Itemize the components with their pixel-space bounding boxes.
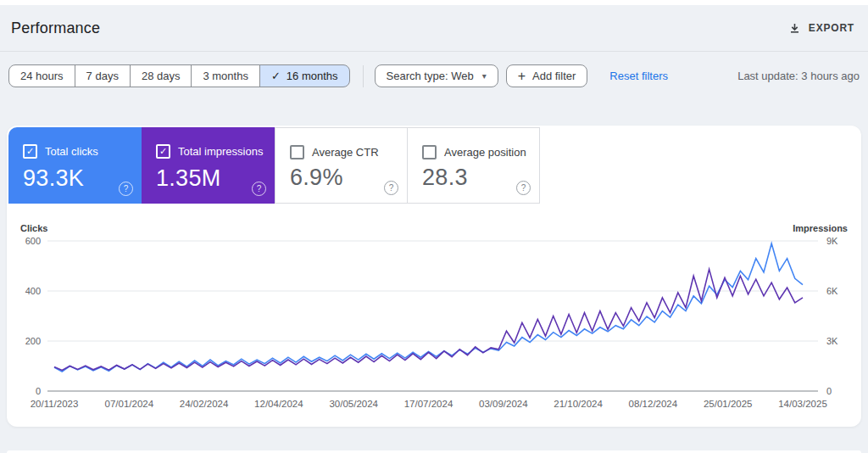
total-impressions-line xyxy=(54,269,803,370)
y-left-tick: 0 xyxy=(36,386,41,396)
checkbox-icon[interactable]: ✓ xyxy=(23,144,37,159)
help-icon[interactable]: ? xyxy=(252,182,266,196)
x-axis-label: 14/03/2025 xyxy=(778,399,827,409)
search-type-label: Search type: Web xyxy=(387,70,474,82)
checkbox-icon[interactable] xyxy=(422,145,437,159)
date-range-label: 7 days xyxy=(86,70,119,82)
reset-filters-link[interactable]: Reset filters xyxy=(609,70,668,82)
add-filter-label: Add filter xyxy=(532,70,576,82)
date-range-label: 28 days xyxy=(142,70,181,82)
metric-card-average-position[interactable]: Average position 28.3 ? xyxy=(407,127,540,204)
metric-label: Average position xyxy=(444,146,526,159)
last-update-text: Last update: 3 hours ago xyxy=(737,70,861,82)
y-right-tick: 6K xyxy=(826,286,838,296)
x-axis-label: 21/10/2024 xyxy=(554,399,603,409)
x-axis-label: 20/11/2023 xyxy=(31,399,79,409)
x-axis-label: 03/09/2024 xyxy=(479,399,528,409)
y-right-axis-title: Impressions xyxy=(793,223,848,233)
checkbox-icon[interactable] xyxy=(290,145,304,159)
x-axis-label: 12/04/2024 xyxy=(254,399,303,409)
search-type-dropdown[interactable]: Search type: Web ▾ xyxy=(375,64,498,87)
y-right-tick: 3K xyxy=(826,336,838,346)
checkbox-icon[interactable]: ✓ xyxy=(156,144,170,159)
export-button[interactable]: EXPORT xyxy=(785,17,858,40)
filter-separator xyxy=(363,65,364,87)
date-range-label: 24 hours xyxy=(20,70,64,82)
check-icon: ✓ xyxy=(271,70,281,81)
help-icon[interactable]: ? xyxy=(516,181,531,195)
date-range-24-hours[interactable]: 24 hours xyxy=(8,64,75,87)
download-icon xyxy=(788,22,801,35)
help-icon[interactable]: ? xyxy=(119,182,133,196)
add-filter-button[interactable]: + Add filter xyxy=(506,64,588,87)
date-range-label: 3 months xyxy=(203,70,248,82)
y-left-tick: 200 xyxy=(25,336,41,346)
date-range-group: 24 hours 7 days 28 days 3 months ✓ 16 mo… xyxy=(8,64,350,87)
metric-cards: ✓Total clicks 93.3K ? ✓Total impressions… xyxy=(8,127,540,204)
page-title: Performance xyxy=(11,20,100,37)
chart-panel: 002003K4006K6009KClicksImpressions20/11/… xyxy=(7,126,861,427)
x-axis-label: 30/05/2024 xyxy=(329,399,378,409)
x-axis-label: 24/02/2024 xyxy=(180,399,229,409)
export-label: EXPORT xyxy=(809,22,854,34)
metric-label: Average CTR xyxy=(312,146,379,159)
header-divider xyxy=(0,51,868,52)
metric-value: 93.3K xyxy=(23,165,84,192)
metric-value: 28.3 xyxy=(422,165,468,191)
y-right-tick: 0 xyxy=(826,386,832,396)
plus-icon: + xyxy=(518,70,526,83)
date-range-7-days[interactable]: 7 days xyxy=(75,64,131,87)
metric-card-total-impressions[interactable]: ✓Total impressions 1.35M ? xyxy=(142,127,275,204)
y-left-axis-title: Clicks xyxy=(20,223,47,233)
metric-label: Total clicks xyxy=(45,145,98,158)
date-range-16-months[interactable]: ✓ 16 months xyxy=(259,64,350,87)
metric-value: 1.35M xyxy=(156,165,221,192)
x-axis-label: 07/01/2024 xyxy=(105,399,154,409)
y-left-tick: 600 xyxy=(25,236,41,246)
date-range-3-months[interactable]: 3 months xyxy=(191,64,259,87)
header: Performance EXPORT xyxy=(0,5,868,51)
metric-card-total-clicks[interactable]: ✓Total clicks 93.3K ? xyxy=(8,127,142,204)
metric-label: Total impressions xyxy=(178,145,263,158)
x-axis-label: 25/01/2025 xyxy=(704,399,753,409)
x-axis-label: 17/07/2024 xyxy=(404,399,453,409)
filter-row: 24 hours 7 days 28 days 3 months ✓ 16 mo… xyxy=(8,64,861,87)
chevron-down-icon: ▾ xyxy=(482,72,487,81)
date-range-label: 16 months xyxy=(287,70,338,82)
y-left-tick: 400 xyxy=(25,286,41,296)
metric-value: 6.9% xyxy=(290,165,343,191)
x-axis-label: 08/12/2024 xyxy=(629,399,678,409)
metric-card-average-ctr[interactable]: Average CTR 6.9% ? xyxy=(275,127,408,204)
y-right-tick: 9K xyxy=(826,236,838,246)
date-range-28-days[interactable]: 28 days xyxy=(130,64,192,87)
help-icon[interactable]: ? xyxy=(384,181,398,195)
